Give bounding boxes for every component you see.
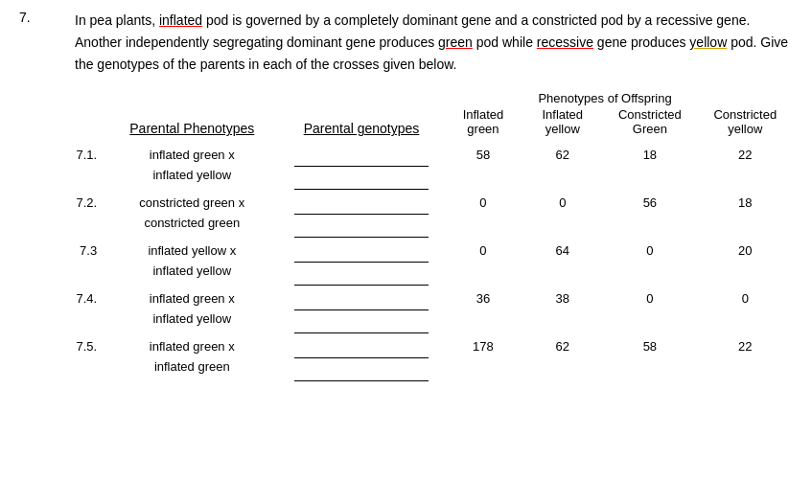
parental-genotype-input	[279, 190, 443, 238]
offspring-inflated-yellow: 38	[522, 286, 602, 333]
offspring-inflated-yellow: 64	[522, 238, 602, 286]
offspring-inflated-green: 58	[444, 142, 523, 190]
row-id: 7.5.	[62, 333, 104, 381]
row-id: 7.4.	[62, 286, 104, 333]
row-id: 7.3	[62, 238, 104, 286]
table-section: Phenotypes of Offspring Parental Phenoty…	[62, 91, 793, 381]
table-row: 7.3 inflated yellow x inflated yellow 0 …	[62, 238, 793, 286]
question-container: 7. In pea plants, inflated pod is govern…	[19, 10, 793, 76]
parental-genotype-input	[279, 286, 443, 333]
offspring-inflated-yellow: 62	[522, 142, 602, 190]
parental-phenotype: inflated green x inflated yellow	[104, 286, 279, 333]
offspring-constricted-green: 58	[602, 333, 697, 381]
question-text: In pea plants, inflated pod is governed …	[75, 10, 793, 76]
offspring-inflated-green: 36	[444, 286, 523, 333]
offspring-inflated-green: 178	[444, 333, 523, 381]
offspring-constricted-yellow: 18	[698, 190, 793, 238]
parental-phenotype: inflated green x inflated green	[104, 333, 279, 381]
offspring-inflated-green: 0	[444, 238, 523, 286]
row-id: 7.1.	[62, 142, 104, 190]
green-term: green	[438, 34, 473, 50]
header-inflated-yellow: Inflatedyellow	[522, 107, 602, 142]
parental-genotype-input	[279, 238, 443, 286]
offspring-constricted-green: 18	[602, 142, 697, 190]
offspring-constricted-green: 56	[602, 190, 697, 238]
offspring-inflated-green: 0	[444, 190, 523, 238]
table-row: 7.4. inflated green x inflated yellow 36…	[62, 286, 793, 333]
header-constricted-yellow: Constrictedyellow	[698, 107, 793, 142]
phenotypes-of-offspring-label: Phenotypes of Offspring	[417, 91, 793, 105]
row-id: 7.2.	[62, 190, 104, 238]
table-row: 7.5. inflated green x inflated green 178…	[62, 333, 793, 381]
parental-phenotype: inflated yellow x inflated yellow	[104, 238, 279, 286]
table-row: 7.2. constricted green x constricted gre…	[62, 190, 793, 238]
yellow-term: yellow	[689, 34, 727, 50]
parental-phenotype: constricted green x constricted green	[104, 190, 279, 238]
parental-genotype-input	[279, 333, 443, 381]
inflated-term: inflated	[159, 12, 202, 28]
parental-genotype-input	[279, 142, 443, 190]
header-parental-genotypes: Parental genotypes	[279, 107, 443, 142]
table-row: 7.1. inflated green x inflated yellow 58…	[62, 142, 793, 190]
offspring-inflated-yellow: 0	[522, 190, 602, 238]
recessive-term: recessive	[537, 34, 593, 50]
offspring-constricted-green: 0	[602, 238, 697, 286]
offspring-constricted-yellow: 20	[698, 238, 793, 286]
offspring-constricted-yellow: 0	[698, 286, 793, 333]
offspring-constricted-green: 0	[602, 286, 697, 333]
header-inflated-green: Inflatedgreen	[444, 107, 523, 142]
header-parental-phenotypes: Parental Phenotypes	[104, 107, 279, 142]
question-number: 7.	[19, 10, 56, 76]
offspring-inflated-yellow: 62	[522, 333, 602, 381]
offspring-constricted-yellow: 22	[698, 333, 793, 381]
offspring-constricted-yellow: 22	[698, 142, 793, 190]
header-constricted-green: ConstrictedGreen	[602, 107, 697, 142]
parental-phenotype: inflated green x inflated yellow	[104, 142, 279, 190]
